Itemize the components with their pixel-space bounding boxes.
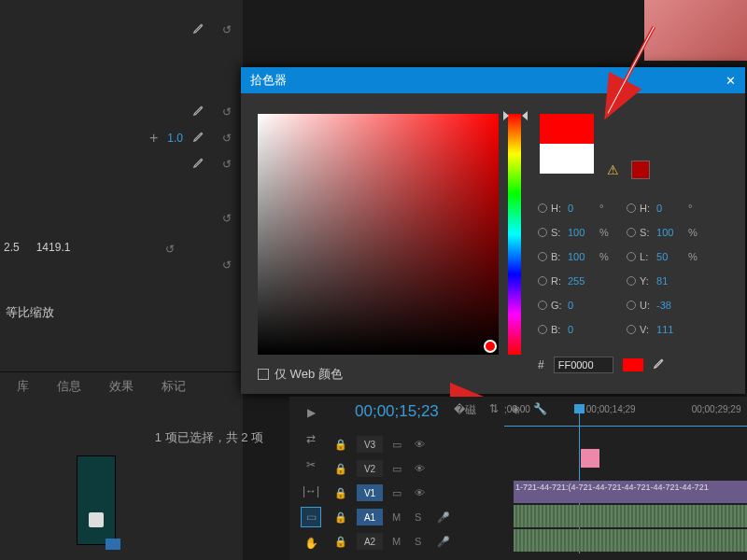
audio-clip[interactable] (514, 529, 747, 552)
timeline-tools: ▶ ⇄ ✂ |↔| ▭ ✋ (301, 397, 325, 559)
radio-v[interactable] (627, 325, 636, 334)
reset-icon[interactable]: ↺ (218, 104, 235, 120)
snap-icon[interactable]: �磁 (454, 402, 476, 418)
track-v1[interactable]: V1 (357, 484, 383, 501)
lock-icon[interactable]: 🔒 (334, 536, 347, 548)
effects-panel: ↺ ↺ + 1.0 ↺ ↺ 2.51419.1 ↺ ↺ 等比缩放 ↺ 库 信息 … (0, 0, 243, 560)
radio-hsl-h[interactable] (627, 203, 636, 213)
track-headers: 🔒V3▭👁 🔒V2▭👁 🔒V1▭👁 🔒A1MS🎤 🔒A2MS🎤 (334, 432, 450, 553)
toggle-icon[interactable]: ▭ (392, 439, 405, 451)
rect-tool-icon[interactable]: ▭ (301, 507, 321, 527)
safe-color-swatch[interactable] (631, 161, 650, 179)
track-v2[interactable]: V2 (357, 460, 383, 477)
eyedropper-icon[interactable] (192, 21, 209, 38)
checkbox-icon[interactable] (258, 369, 269, 380)
hue-pointer (503, 111, 509, 120)
radio-u[interactable] (627, 301, 636, 310)
readout: 2.51419.1 ↺ (4, 241, 178, 258)
track-v3[interactable]: V3 (357, 436, 383, 453)
project-tabs: 库 信息 效果 标记 (0, 371, 243, 400)
reset-icon[interactable]: ↺ (218, 210, 235, 227)
hue-slider[interactable] (508, 114, 521, 355)
radio-h[interactable] (538, 203, 547, 213)
toggle-icon[interactable]: ▭ (392, 463, 405, 475)
gamut-warning-icon[interactable]: ⚠ (607, 162, 619, 177)
radio-hsl-l[interactable] (627, 252, 636, 261)
param-row: ↺ (0, 17, 243, 43)
tab-info[interactable]: 信息 (57, 378, 81, 395)
link-icon[interactable]: ⇅ (489, 402, 499, 418)
video-clip[interactable]: 1-721-44-721:(4-721-44-721-44-721-44-721… (514, 481, 747, 503)
selection-tool-icon[interactable]: ▶ (301, 402, 321, 423)
reset-icon[interactable]: ↺ (162, 241, 178, 258)
radio-b[interactable] (538, 252, 547, 261)
web-only-checkbox[interactable]: 仅 Web 颜色 (258, 366, 343, 383)
param-row: + 1.0 ↺ (0, 125, 243, 151)
reset-icon[interactable]: ↺ (218, 257, 235, 273)
param-row: ↺ (0, 99, 243, 125)
track-a2[interactable]: A2 (357, 533, 383, 550)
hand-tool-icon[interactable]: ✋ (301, 533, 321, 553)
toggle-icon[interactable]: ▭ (392, 487, 405, 499)
eye-icon[interactable]: 👁 (415, 439, 428, 450)
tab-library[interactable]: 库 (17, 378, 29, 395)
scale-label: 等比缩放 (6, 304, 54, 321)
radio-hsl-s[interactable] (627, 228, 636, 237)
lock-icon[interactable]: 🔒 (334, 439, 347, 451)
eyedropper-icon[interactable] (192, 130, 209, 147)
eyedropper-icon[interactable] (192, 156, 209, 173)
mic-icon[interactable]: 🎤 (437, 536, 450, 548)
radio-b2[interactable] (538, 325, 547, 334)
clip-thumbnail[interactable] (77, 455, 116, 545)
sv-cursor[interactable] (484, 340, 497, 353)
eyedropper-icon[interactable] (653, 357, 669, 373)
mic-icon[interactable]: 🎤 (437, 511, 450, 524)
plus-icon[interactable]: + (149, 130, 158, 147)
reset-icon[interactable]: ↺ (218, 156, 235, 173)
eye-icon[interactable]: 👁 (415, 463, 428, 474)
dialog-titlebar[interactable]: 拾色器 ✕ (241, 67, 745, 93)
radio-y[interactable] (627, 276, 636, 286)
color-picker-dialog: 拾色器 ✕ ⚠ 确定 取消 H:0° S:100% B:100% R:255 G… (241, 67, 745, 394)
reset-icon[interactable]: ↺ (218, 21, 235, 38)
track-a1[interactable]: A1 (357, 509, 383, 525)
close-icon[interactable]: ✕ (726, 74, 736, 88)
tab-markers[interactable]: 标记 (162, 378, 186, 395)
lock-icon[interactable]: 🔒 (334, 487, 347, 499)
radio-g[interactable] (538, 301, 547, 310)
ripple-tool-icon[interactable]: ⇄ (301, 428, 321, 449)
lock-icon[interactable]: 🔒 (334, 511, 347, 524)
reset-icon[interactable]: ↺ (218, 130, 235, 147)
hex-swatch (623, 358, 643, 371)
radio-r[interactable] (538, 276, 547, 286)
timeline-panel: 00;00;15;23 ▶ ⇄ ✂ |↔| ▭ ✋ �磁 ⇅ ◈ 🔧 ;00;0… (289, 397, 747, 560)
current-color-swatch[interactable] (540, 144, 594, 174)
dialog-title: 拾色器 (250, 72, 287, 89)
saturation-value-field[interactable] (258, 114, 499, 355)
eyedropper-icon[interactable] (192, 104, 209, 120)
hex-row: # (538, 357, 669, 373)
color-values: H:0° S:100% B:100% R:255 G:0 B:0 H:0° S:… (538, 196, 712, 342)
audio-clip[interactable] (514, 505, 747, 527)
razor-tool-icon[interactable]: ✂ (301, 455, 321, 475)
hex-input[interactable] (554, 357, 613, 373)
param-value[interactable]: 1.0 (167, 132, 183, 145)
hue-pointer (522, 111, 528, 120)
eye-icon[interactable]: 👁 (415, 487, 428, 498)
tab-effects[interactable]: 效果 (109, 378, 134, 395)
radio-s[interactable] (538, 228, 547, 237)
marker-clip[interactable] (581, 449, 599, 468)
preview-thumbnail (644, 0, 747, 61)
param-row: ↺ (0, 205, 243, 231)
slip-tool-icon[interactable]: |↔| (301, 481, 321, 501)
selection-info: 1 项已选择，共 2 项 (0, 429, 280, 446)
lock-icon[interactable]: 🔒 (334, 463, 347, 475)
new-color-swatch (540, 114, 594, 144)
param-row: ↺ (0, 151, 243, 177)
time-ruler[interactable]: ;00;00 00;00;14;29 00;00;29;29 (504, 404, 747, 427)
